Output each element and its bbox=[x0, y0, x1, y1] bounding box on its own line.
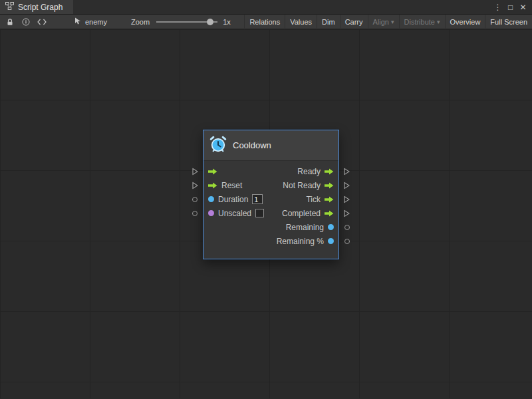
flow-output-connector[interactable] bbox=[344, 182, 350, 189]
flow-out-port-icon[interactable] bbox=[325, 168, 334, 175]
tab-title: Script Graph bbox=[18, 3, 63, 12]
code-icon[interactable] bbox=[36, 15, 48, 29]
port-row: Remaining % bbox=[203, 234, 338, 248]
port-label-remaining-percent: Remaining % bbox=[277, 237, 324, 246]
value-port-icon[interactable] bbox=[328, 224, 334, 230]
maximize-icon[interactable]: □ bbox=[505, 1, 516, 14]
flow-output-connector[interactable] bbox=[344, 168, 350, 175]
flow-out-port-icon[interactable] bbox=[325, 210, 334, 217]
script-graph-icon bbox=[5, 2, 14, 12]
graph-target[interactable]: enemy bbox=[74, 17, 107, 27]
graph-canvas[interactable]: Cooldown Ready bbox=[0, 29, 532, 398]
port-row: Duration Tick bbox=[203, 192, 338, 206]
flow-in-port-icon[interactable] bbox=[208, 168, 217, 175]
port-label-completed: Completed bbox=[282, 209, 321, 218]
dim-button[interactable]: Dim bbox=[317, 15, 340, 29]
align-button[interactable]: Align ▾ bbox=[368, 15, 399, 29]
tab-script-graph[interactable]: Script Graph bbox=[0, 0, 73, 14]
window-titlebar: Script Graph ⋮ □ ✕ bbox=[0, 0, 532, 15]
flow-in-port-icon[interactable] bbox=[208, 182, 217, 189]
chevron-down-icon: ▾ bbox=[437, 19, 440, 25]
port-row: Reset Not Ready bbox=[203, 178, 338, 192]
flow-out-port-icon[interactable] bbox=[325, 196, 334, 203]
value-port-icon[interactable] bbox=[328, 238, 334, 244]
overview-button[interactable]: Overview bbox=[445, 15, 485, 29]
flow-output-connector[interactable] bbox=[344, 196, 350, 203]
pointer-icon bbox=[74, 17, 82, 27]
flow-input-connector[interactable] bbox=[192, 168, 198, 175]
node-title: Cooldown bbox=[233, 140, 271, 150]
port-label-reset: Reset bbox=[221, 181, 242, 190]
zoom-value: 1x bbox=[223, 18, 231, 26]
carry-button[interactable]: Carry bbox=[340, 15, 368, 29]
zoom-slider[interactable] bbox=[156, 19, 217, 25]
flow-out-port-icon[interactable] bbox=[325, 182, 334, 189]
unscaled-checkbox[interactable] bbox=[255, 209, 264, 217]
value-output-connector[interactable] bbox=[344, 225, 350, 230]
port-row: Unscaled Completed bbox=[203, 206, 338, 220]
values-button[interactable]: Values bbox=[285, 15, 317, 29]
distribute-button[interactable]: Distribute ▾ bbox=[399, 15, 445, 29]
flow-output-connector[interactable] bbox=[344, 209, 350, 217]
value-output-connector[interactable] bbox=[344, 239, 350, 244]
full-screen-button[interactable]: Full Screen bbox=[485, 15, 532, 29]
toolbar-buttons: Relations Values Dim Carry Align ▾ Distr… bbox=[244, 15, 532, 29]
port-label-duration: Duration bbox=[218, 195, 248, 204]
value-input-connector[interactable] bbox=[192, 197, 198, 202]
zoom-label: Zoom bbox=[131, 18, 150, 26]
lock-icon[interactable] bbox=[4, 15, 16, 29]
port-label-not-ready: Not Ready bbox=[283, 181, 321, 190]
port-row: Ready bbox=[203, 164, 338, 178]
close-icon[interactable]: ✕ bbox=[517, 1, 529, 14]
window-menu-icon[interactable]: ⋮ bbox=[492, 1, 503, 14]
node-cooldown[interactable]: Cooldown Ready bbox=[203, 130, 339, 259]
info-icon[interactable] bbox=[20, 15, 32, 29]
chevron-down-icon: ▾ bbox=[391, 19, 394, 25]
alarm-clock-icon bbox=[209, 136, 227, 155]
port-label-ready: Ready bbox=[297, 167, 321, 176]
node-header[interactable]: Cooldown bbox=[203, 130, 338, 161]
node-body: Ready Reset bbox=[203, 161, 338, 259]
port-row: Remaining bbox=[203, 220, 338, 234]
port-label-unscaled: Unscaled bbox=[218, 209, 251, 218]
value-port-icon[interactable] bbox=[208, 196, 214, 202]
window-controls: ⋮ □ ✕ bbox=[492, 0, 532, 14]
value-input-connector[interactable] bbox=[192, 211, 198, 216]
zoom-slider-handle[interactable] bbox=[207, 19, 213, 25]
port-label-remaining: Remaining bbox=[286, 223, 324, 232]
port-label-tick: Tick bbox=[306, 195, 321, 204]
relations-button[interactable]: Relations bbox=[244, 15, 285, 29]
boolean-port-icon[interactable] bbox=[208, 210, 214, 216]
target-label: enemy bbox=[85, 18, 107, 26]
flow-input-connector[interactable] bbox=[192, 182, 198, 189]
duration-field[interactable] bbox=[252, 194, 263, 204]
graph-toolbar: enemy Zoom 1x Relations Values Dim Carry… bbox=[0, 15, 532, 29]
